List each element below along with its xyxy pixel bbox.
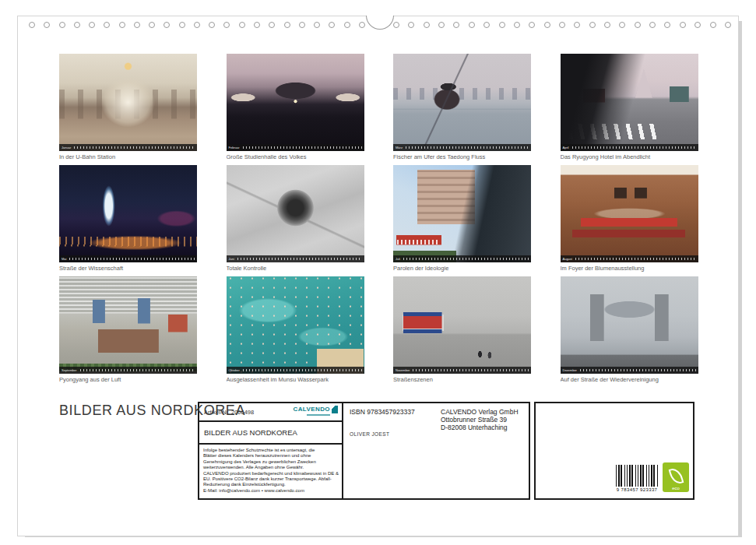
strip-month-label: Oktober [229,369,240,372]
photo-totale-kontrolle: Juni [227,165,364,262]
photo-fischer-taedong: März [393,54,531,151]
hanger-notch [366,16,394,30]
binding-hole [589,22,596,28]
photo-caption: Auf der Straße der Wiedervereinigung [561,376,698,384]
photo-caption: Ausgelassenheit im Munsu Wasserpark [227,376,364,384]
legal-line: Blätter dieses Kalenders herauszutrennen… [203,453,338,459]
binding-hole [499,22,505,28]
photo-caption: Große Studienhalle des Volkes [227,153,364,161]
page-title: BILDER AUS NORDKOREA [59,403,245,419]
strip-month-label: Dezember [563,369,577,372]
binding-hole [649,22,656,28]
mini-calendar-strip: April [561,144,698,151]
strip-month-label: Juli [396,258,400,261]
binding-hole [710,22,716,28]
publisher-line: D-82008 Unterhaching [441,424,519,431]
binding-hole [29,22,35,28]
strip-day-ticks [243,146,362,149]
strip-month-label: August [563,258,572,261]
legal-line: Genehmigung des Verlages zu gewerblichen… [203,459,338,465]
binding-hole [424,22,430,28]
calvendo-book-icon [332,406,338,413]
publisher-line: Ottobrunner Straße 39 [441,416,519,424]
strip-day-ticks [243,369,362,371]
mini-calendar-strip: September [59,367,197,374]
binding-hole [119,22,125,28]
legal-text: Infolge bestehender Schutzrechte ist es … [199,445,342,498]
binding-hole [89,22,95,28]
binding-hole [408,22,414,28]
binding-hole [469,22,475,28]
binding-hole [269,22,275,28]
strip-month-label: November [396,369,410,372]
binding-hole [74,22,80,28]
strip-day-ticks [406,146,529,149]
binding-hole [725,22,731,28]
eco-logo: eco [663,462,689,492]
mini-calendar-strip: März [393,144,531,151]
strip-month-label: Januar [62,146,71,149]
publisher-address: CALVENDO Verlag GmbH Ottobrunner Straße … [441,408,519,431]
strip-day-ticks [403,258,529,260]
legal-line: weiterzuverwenden. Alle Angaben ohne Gew… [203,465,338,470]
strip-month-label: Februar [229,146,240,149]
imprint-title: BILDER AUS NORDKOREA [199,422,342,445]
photo-wiedervereinigung: Dezember [561,276,698,374]
photo-u-bahn-station: Januar [59,54,197,151]
calvendo-tagline [307,414,330,416]
photo-caption: Im Foyer der Blumenausstellung [561,265,698,272]
binding-hole [329,22,335,28]
binding-hole [453,22,459,28]
binding-hole [44,22,50,28]
binding-hole [284,22,290,28]
binding-hole [209,22,215,28]
photo-caption: Pyongyang aus der Luft [59,376,197,384]
legal-line: Reduzierung dank Einzelstückfertigung. [203,482,338,487]
calendar-month-photo: April Das Ryugyong Hotel im Abendlicht [561,54,698,161]
binding-hole [694,22,701,28]
binding-hole [574,22,580,28]
photo-caption: Totale Kontrolle [227,265,364,272]
leaf-icon [668,466,684,485]
spiral-binding-holes-left [29,20,365,30]
strip-day-ticks [80,369,195,371]
photo-pyongyang-luft: September [59,276,197,374]
photo-grid: Januar In der U-Bahn Station Februar Gro… [59,54,698,384]
binding-hole [680,22,686,28]
legal-line: Infolge bestehender Schutzrechte ist es … [203,448,338,453]
binding-hole [59,22,65,28]
mini-calendar-strip: August [561,255,698,262]
photo-caption: Straße der Wissenschaft [59,265,197,272]
strip-month-label: März [396,146,403,149]
ean-barcode [616,465,658,487]
calendar-month-photo: Dezember Auf der Straße der Wiederverein… [561,276,698,384]
calendar-month-photo: Januar In der U-Bahn Station [59,54,197,161]
calendar-month-photo: November Straßenszenen [393,276,531,384]
publisher-line: CALVENDO Verlag GmbH [441,408,519,416]
strip-day-ticks [580,369,696,371]
calendar-month-photo: Oktober Ausgelassenheit im Munsu Wasserp… [227,276,364,384]
calendar-month-photo: Juni Totale Kontrolle [227,165,364,272]
photo-caption: Parolen der Ideologie [393,265,531,272]
calvendo-wordmark: CALVENDO [294,406,331,413]
legal-line: EU. Positivere CO2-Bilanz dank kurzer Tr… [203,476,338,482]
calvendo-logo: CALVENDO [294,406,339,416]
binding-hole [619,22,625,28]
mini-calendar-strip: Oktober [227,367,364,374]
binding-hole [529,22,535,28]
photo-caption: Straßenszenen [393,376,531,384]
author-name: OLIVER JOEST [350,431,389,437]
strip-month-label: September [62,369,77,372]
isbn-number: ISBN 9783457923337 [350,408,415,416]
calendar-month-photo: Juli Parolen der Ideologie [393,165,531,272]
strip-day-ticks [74,146,195,149]
calendar-month-photo: März Fischer am Ufer des Taedong Fluss [393,54,531,161]
strip-month-label: Mai [62,258,66,261]
strip-day-ticks [69,258,195,260]
photo-blumenausstellung: August [561,165,698,262]
binding-hole [544,22,550,28]
mini-calendar-strip: Juli [393,255,531,262]
barcode-digits: 9 783457 923337 [615,487,659,492]
binding-hole [149,22,155,28]
binding-hole [604,22,610,28]
